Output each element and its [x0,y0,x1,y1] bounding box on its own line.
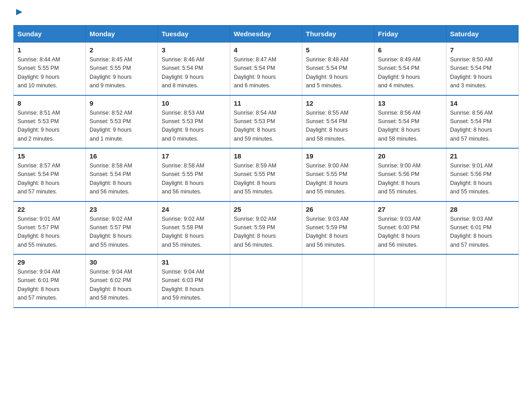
day-info: Sunrise: 8:53 AMSunset: 5:53 PMDaylight:… [162,109,226,144]
calendar-cell: 23 Sunrise: 9:02 AMSunset: 5:57 PMDaylig… [86,201,158,255]
calendar-cell: 14 Sunrise: 8:56 AMSunset: 5:54 PMDaylig… [446,95,519,149]
day-number: 12 [306,99,370,107]
column-header-sunday: Sunday [14,26,86,43]
column-header-monday: Monday [86,26,158,43]
day-number: 21 [450,152,515,160]
calendar-cell: 20 Sunrise: 9:00 AMSunset: 5:56 PMDaylig… [374,148,446,201]
column-header-saturday: Saturday [446,26,519,43]
logo-arrow-icon [14,7,24,17]
day-number: 28 [450,206,515,213]
day-info: Sunrise: 8:56 AMSunset: 5:54 PMDaylight:… [378,109,442,144]
calendar-cell: 25 Sunrise: 9:02 AMSunset: 5:59 PMDaylig… [230,201,302,255]
day-number: 25 [234,206,298,213]
column-header-friday: Friday [374,26,446,43]
calendar-cell: 16 Sunrise: 8:58 AMSunset: 5:54 PMDaylig… [86,148,158,201]
day-number: 18 [234,152,298,160]
day-number: 31 [162,258,226,266]
day-info: Sunrise: 9:04 AMSunset: 6:02 PMDaylight:… [90,268,154,303]
day-info: Sunrise: 9:01 AMSunset: 5:57 PMDaylight:… [17,215,82,250]
day-number: 4 [234,46,298,54]
calendar-cell [374,254,446,308]
day-number: 30 [90,258,154,266]
day-info: Sunrise: 8:58 AMSunset: 5:54 PMDaylight:… [90,162,154,197]
day-number: 13 [378,99,442,107]
calendar-cell [230,254,302,308]
day-info: Sunrise: 9:03 AMSunset: 6:01 PMDaylight:… [450,215,515,250]
calendar-cell: 30 Sunrise: 9:04 AMSunset: 6:02 PMDaylig… [86,254,158,308]
day-number: 17 [162,152,226,160]
calendar-cell: 27 Sunrise: 9:03 AMSunset: 6:00 PMDaylig… [374,201,446,255]
column-header-tuesday: Tuesday [158,26,230,43]
day-number: 11 [234,99,298,107]
calendar-cell: 1 Sunrise: 8:44 AMSunset: 5:55 PMDayligh… [14,43,86,95]
day-info: Sunrise: 8:52 AMSunset: 5:53 PMDaylight:… [90,109,154,144]
day-info: Sunrise: 8:49 AMSunset: 5:54 PMDaylight:… [378,56,442,90]
day-number: 27 [378,206,442,213]
day-number: 7 [450,46,515,54]
day-info: Sunrise: 8:57 AMSunset: 5:54 PMDaylight:… [17,162,82,197]
calendar-cell: 17 Sunrise: 8:58 AMSunset: 5:55 PMDaylig… [158,148,230,201]
day-number: 14 [450,99,515,107]
week-row-1: 1 Sunrise: 8:44 AMSunset: 5:55 PMDayligh… [14,43,519,95]
calendar-cell: 21 Sunrise: 9:01 AMSunset: 5:56 PMDaylig… [446,148,519,201]
calendar-cell: 3 Sunrise: 8:46 AMSunset: 5:54 PMDayligh… [158,43,230,95]
day-info: Sunrise: 8:59 AMSunset: 5:55 PMDaylight:… [234,162,298,197]
day-number: 6 [378,46,442,54]
day-info: Sunrise: 8:55 AMSunset: 5:54 PMDaylight:… [306,109,370,144]
calendar-cell: 31 Sunrise: 9:04 AMSunset: 6:03 PMDaylig… [158,254,230,308]
day-number: 8 [17,99,82,107]
calendar-cell: 12 Sunrise: 8:55 AMSunset: 5:54 PMDaylig… [302,95,374,149]
calendar-cell: 6 Sunrise: 8:49 AMSunset: 5:54 PMDayligh… [374,43,446,95]
day-info: Sunrise: 9:00 AMSunset: 5:55 PMDaylight:… [306,162,370,197]
calendar-cell: 2 Sunrise: 8:45 AMSunset: 5:55 PMDayligh… [86,43,158,95]
calendar-cell: 4 Sunrise: 8:47 AMSunset: 5:54 PMDayligh… [230,43,302,95]
calendar-cell [446,254,519,308]
day-info: Sunrise: 8:47 AMSunset: 5:54 PMDaylight:… [234,56,298,90]
calendar-cell: 7 Sunrise: 8:50 AMSunset: 5:54 PMDayligh… [446,43,519,95]
calendar-cell: 9 Sunrise: 8:52 AMSunset: 5:53 PMDayligh… [86,95,158,149]
week-row-3: 15 Sunrise: 8:57 AMSunset: 5:54 PMDaylig… [14,148,519,201]
day-info: Sunrise: 8:44 AMSunset: 5:55 PMDaylight:… [17,56,82,90]
calendar-table: SundayMondayTuesdayWednesdayThursdayFrid… [13,25,519,308]
calendar-cell [302,254,374,308]
calendar-cell: 8 Sunrise: 8:51 AMSunset: 5:53 PMDayligh… [14,95,86,149]
calendar-cell: 5 Sunrise: 8:48 AMSunset: 5:54 PMDayligh… [302,43,374,95]
week-row-4: 22 Sunrise: 9:01 AMSunset: 5:57 PMDaylig… [14,201,519,255]
column-header-wednesday: Wednesday [230,26,302,43]
day-number: 16 [90,152,154,160]
day-info: Sunrise: 8:48 AMSunset: 5:54 PMDaylight:… [306,56,370,90]
day-info: Sunrise: 9:00 AMSunset: 5:56 PMDaylight:… [378,162,442,197]
calendar-cell: 11 Sunrise: 8:54 AMSunset: 5:53 PMDaylig… [230,95,302,149]
day-info: Sunrise: 8:54 AMSunset: 5:53 PMDaylight:… [234,109,298,144]
day-number: 9 [90,99,154,107]
day-info: Sunrise: 8:58 AMSunset: 5:55 PMDaylight:… [162,162,226,197]
day-info: Sunrise: 8:56 AMSunset: 5:54 PMDaylight:… [450,109,515,144]
calendar-header-row: SundayMondayTuesdayWednesdayThursdayFrid… [14,26,519,43]
day-info: Sunrise: 9:03 AMSunset: 5:59 PMDaylight:… [306,215,370,250]
day-number: 5 [306,46,370,54]
day-info: Sunrise: 9:04 AMSunset: 6:03 PMDaylight:… [162,268,226,303]
calendar-cell: 10 Sunrise: 8:53 AMSunset: 5:53 PMDaylig… [158,95,230,149]
day-info: Sunrise: 9:02 AMSunset: 5:58 PMDaylight:… [162,215,226,250]
day-info: Sunrise: 9:02 AMSunset: 5:59 PMDaylight:… [234,215,298,250]
day-number: 15 [17,152,82,160]
page-header [13,9,519,17]
day-info: Sunrise: 8:51 AMSunset: 5:53 PMDaylight:… [17,109,82,144]
calendar-cell: 26 Sunrise: 9:03 AMSunset: 5:59 PMDaylig… [302,201,374,255]
day-number: 29 [17,258,82,266]
week-row-2: 8 Sunrise: 8:51 AMSunset: 5:53 PMDayligh… [14,95,519,149]
column-header-thursday: Thursday [302,26,374,43]
logo [13,9,24,17]
day-number: 1 [17,46,82,54]
day-number: 23 [90,206,154,213]
day-info: Sunrise: 8:46 AMSunset: 5:54 PMDaylight:… [162,56,226,90]
calendar-cell: 15 Sunrise: 8:57 AMSunset: 5:54 PMDaylig… [14,148,86,201]
day-number: 3 [162,46,226,54]
day-number: 19 [306,152,370,160]
day-number: 2 [90,46,154,54]
calendar-cell: 22 Sunrise: 9:01 AMSunset: 5:57 PMDaylig… [14,201,86,255]
svg-marker-0 [16,9,22,15]
day-info: Sunrise: 9:03 AMSunset: 6:00 PMDaylight:… [378,215,442,250]
day-number: 24 [162,206,226,213]
day-info: Sunrise: 9:01 AMSunset: 5:56 PMDaylight:… [450,162,515,197]
